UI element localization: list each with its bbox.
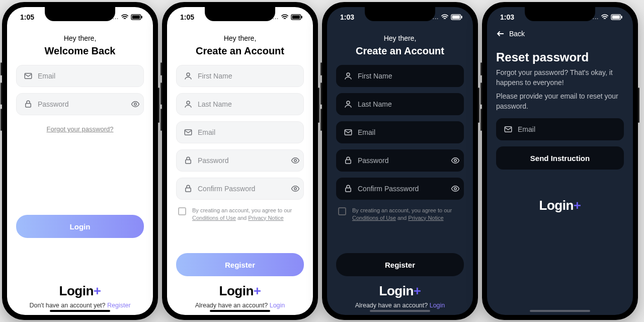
confirm-password-field[interactable] [176, 178, 304, 200]
login-button[interactable]: Login [16, 215, 144, 238]
svg-rect-12 [186, 160, 191, 164]
eye-icon[interactable] [291, 156, 300, 165]
password-field[interactable] [16, 93, 144, 115]
reset-description-1: Forgot your password? That's okay, it ha… [496, 67, 624, 88]
page-title: Reset password [496, 50, 624, 64]
lock-icon [24, 100, 33, 109]
user-icon [184, 100, 193, 109]
password-field[interactable] [176, 149, 304, 172]
email-input[interactable] [358, 128, 456, 136]
user-icon [344, 100, 353, 109]
clock: 1:03 [500, 13, 514, 21]
firstname-input[interactable] [198, 72, 296, 80]
firstname-field[interactable] [336, 65, 464, 87]
home-indicator [50, 310, 110, 312]
password-input[interactable] [358, 156, 446, 165]
svg-rect-1 [132, 16, 140, 19]
conditions-link[interactable]: Conditions of Use [352, 215, 396, 221]
lock-icon [344, 184, 353, 193]
eye-icon[interactable] [291, 184, 300, 193]
password-input[interactable] [38, 100, 126, 108]
wifi-icon [601, 14, 609, 20]
page-title: Create an Account [176, 45, 304, 57]
email-input[interactable] [38, 72, 136, 80]
svg-rect-4 [26, 104, 31, 108]
login-prompt: Already have an account? Login [336, 302, 464, 309]
send-instruction-button[interactable]: Send Instruction [496, 146, 624, 170]
eye-icon[interactable] [451, 184, 460, 193]
terms-checkbox[interactable] [338, 207, 346, 215]
confirm-password-input[interactable] [198, 185, 286, 193]
home-indicator [530, 310, 590, 312]
login-light-screen: 1:05 .... Hey there, Welcome Back [7, 7, 153, 315]
login-prompt: Already have an account? Login [176, 302, 304, 309]
svg-rect-24 [346, 188, 351, 192]
email-field[interactable] [496, 118, 624, 140]
arrow-left-icon [496, 29, 505, 38]
svg-point-9 [187, 73, 190, 76]
svg-rect-14 [186, 188, 191, 192]
login-link[interactable]: Login [430, 302, 445, 309]
clock: 1:05 [20, 13, 34, 21]
email-field[interactable] [336, 121, 464, 143]
svg-point-15 [294, 188, 297, 190]
svg-rect-27 [612, 16, 620, 19]
password-input[interactable] [198, 156, 286, 165]
mail-icon [504, 125, 513, 134]
brand-logo: Login+ [336, 283, 464, 299]
register-button[interactable]: Register [336, 253, 464, 276]
battery-icon [131, 14, 143, 20]
eye-icon[interactable] [451, 156, 460, 165]
lastname-input[interactable] [198, 100, 296, 108]
back-label: Back [509, 30, 525, 38]
page-title: Welcome Back [16, 45, 144, 57]
confirm-password-input[interactable] [358, 185, 446, 193]
login-link[interactable]: Login [270, 302, 285, 309]
greeting-text: Hey there, [16, 34, 144, 42]
svg-point-10 [187, 101, 190, 104]
register-button[interactable]: Register [176, 253, 304, 276]
forgot-password-link[interactable]: Forgot your password? [16, 125, 144, 133]
firstname-input[interactable] [358, 72, 456, 80]
user-icon [344, 71, 353, 80]
brand-logo: Login+ [176, 283, 304, 299]
lock-icon [344, 156, 353, 165]
firstname-field[interactable] [176, 65, 304, 87]
lastname-input[interactable] [358, 100, 456, 108]
svg-point-23 [454, 159, 457, 162]
home-indicator [370, 310, 430, 312]
svg-rect-22 [346, 160, 351, 164]
email-input[interactable] [518, 125, 616, 133]
email-field[interactable] [16, 65, 144, 87]
greeting-text: Hey there, [176, 34, 304, 42]
lastname-field[interactable] [336, 93, 464, 115]
register-prompt: Don't have an account yet? Register [16, 302, 144, 309]
home-indicator [210, 310, 270, 312]
mail-icon [184, 128, 193, 137]
svg-point-19 [347, 73, 350, 76]
register-link[interactable]: Register [107, 302, 131, 309]
conditions-link[interactable]: Conditions of Use [192, 215, 236, 221]
terms-checkbox[interactable] [178, 207, 186, 215]
password-field[interactable] [336, 149, 464, 172]
wifi-icon [441, 14, 449, 20]
svg-rect-28 [621, 16, 622, 18]
wifi-icon [121, 14, 129, 20]
svg-point-5 [134, 103, 137, 106]
privacy-link[interactable]: Privacy Notice [248, 215, 283, 221]
eye-icon[interactable] [131, 100, 140, 109]
privacy-link[interactable]: Privacy Notice [408, 215, 443, 221]
svg-point-25 [454, 188, 457, 190]
user-icon [184, 71, 193, 80]
svg-rect-18 [461, 16, 462, 18]
svg-rect-7 [292, 16, 300, 19]
svg-point-13 [294, 159, 297, 162]
page-title: Create an Account [336, 45, 464, 57]
back-button[interactable]: Back [487, 27, 633, 38]
lock-icon [184, 184, 193, 193]
email-input[interactable] [198, 128, 296, 136]
email-field[interactable] [176, 121, 304, 143]
mail-icon [344, 128, 353, 137]
confirm-password-field[interactable] [336, 178, 464, 200]
lastname-field[interactable] [176, 93, 304, 115]
